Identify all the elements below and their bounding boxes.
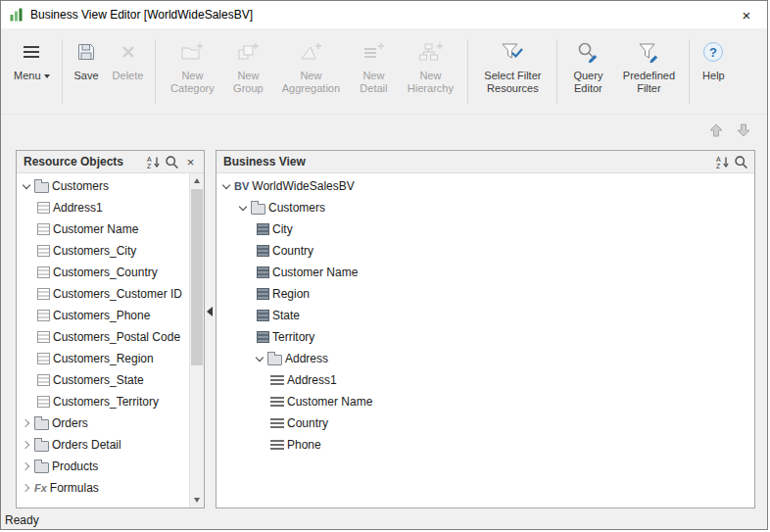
tree-item[interactable]: State — [217, 305, 754, 326]
collapse-icon[interactable] — [236, 201, 250, 215]
expand-icon[interactable] — [20, 438, 33, 452]
query-editor-button-label: Query Editor — [569, 70, 606, 95]
move-down-button[interactable] — [734, 121, 753, 140]
menu-button[interactable]: Menu — [7, 33, 57, 110]
tree-item[interactable]: Customers_Region — [17, 348, 189, 369]
save-button-label: Save — [74, 70, 99, 82]
sort-az-button[interactable]: A Z — [713, 153, 732, 171]
search-icon — [165, 155, 179, 169]
move-up-button[interactable] — [706, 121, 726, 140]
tree-item-label: Country — [287, 416, 328, 430]
tree-item-orders-detail[interactable]: Orders Detail — [17, 434, 189, 456]
menu-button-label: Menu — [14, 70, 50, 82]
new-category-button: New Category — [161, 33, 223, 110]
search-button[interactable] — [732, 153, 750, 171]
tree-item-label: Customer Name — [53, 222, 138, 236]
arrow-up-icon — [707, 121, 725, 139]
delete-button: Delete — [106, 33, 151, 110]
tree-item[interactable]: Customer Name — [17, 218, 189, 240]
tree-item[interactable]: Address1 — [17, 197, 189, 218]
new-hierarchy-icon — [417, 36, 443, 68]
query-editor-button[interactable]: Query Editor — [562, 33, 613, 110]
field-icon — [257, 310, 269, 321]
business-view-icon: BV — [234, 179, 249, 193]
tree-item[interactable]: Customer Name — [217, 391, 754, 412]
resource-objects-header: Resource Objects A Z × — [17, 151, 204, 173]
tree-item[interactable]: Customers_Phone — [17, 305, 189, 326]
new-group-icon — [235, 36, 261, 68]
new-aggregation-button: New Aggregation — [272, 33, 349, 110]
toolbar-separator — [467, 39, 468, 104]
panel-close-button[interactable]: × — [181, 153, 200, 171]
scroll-up-button[interactable] — [190, 173, 204, 188]
tree-item[interactable]: Country — [217, 412, 754, 434]
collapse-icon[interactable] — [219, 179, 233, 193]
tree-item-label: Formulas — [50, 481, 99, 495]
tree-item[interactable]: Customers_Postal Code — [17, 326, 189, 348]
tree-item[interactable]: City — [217, 218, 754, 240]
search-button[interactable] — [163, 153, 181, 171]
save-button[interactable]: Save — [68, 33, 106, 110]
tree-item-label: Customers_Region — [53, 352, 154, 365]
field-icon — [37, 245, 50, 257]
field-icon — [257, 331, 269, 343]
tree-item-label: Region — [272, 287, 310, 301]
scrollbar[interactable] — [189, 173, 204, 508]
tree-item[interactable]: Customers_City — [17, 240, 189, 262]
field-icon — [37, 353, 50, 364]
search-icon — [734, 155, 748, 169]
tree-item-customers[interactable]: Customers — [217, 197, 754, 218]
tree-item-label: Address1 — [53, 201, 103, 215]
scrollbar-thumb[interactable] — [191, 189, 203, 365]
help-button[interactable]: ? Help — [695, 33, 732, 110]
status-text: Ready — [5, 513, 39, 527]
tree-item-label: Products — [52, 459, 98, 473]
tree-item[interactable]: Customers_Territory — [17, 391, 189, 412]
tree-item-business-view-root[interactable]: BV WorldWideSalesBV — [217, 175, 754, 197]
resource-objects-title: Resource Objects — [24, 155, 123, 169]
tree-item[interactable]: Customers_State — [17, 369, 189, 391]
tree-item-label: City — [272, 222, 293, 236]
tree-item[interactable]: Address1 — [217, 369, 754, 391]
field-icon — [257, 223, 269, 235]
collapse-icon[interactable] — [253, 352, 266, 365]
tree-item-address[interactable]: Address — [217, 348, 754, 369]
sort-az-button[interactable]: A Z — [144, 153, 163, 171]
collapse-icon[interactable] — [20, 179, 33, 193]
tree-item-products[interactable]: Products — [17, 456, 189, 477]
move-buttons — [706, 121, 753, 140]
status-bar: Ready — [1, 511, 767, 529]
select-filter-resources-button[interactable]: Select Filter Resources — [473, 33, 552, 110]
tree-item[interactable]: Country — [217, 240, 754, 262]
tree-item[interactable]: Customers_Customer ID — [17, 283, 189, 305]
tree-item-label: Country — [272, 244, 313, 258]
collapse-left-icon[interactable] — [207, 307, 213, 316]
new-hierarchy-button-label: New Hierarchy — [405, 70, 456, 95]
sort-az-icon: A Z — [146, 155, 161, 169]
tree-item[interactable]: Customer Name — [217, 262, 754, 283]
new-detail-icon — [361, 36, 386, 68]
scroll-up-icon — [194, 178, 200, 183]
expand-icon[interactable] — [20, 459, 33, 473]
tree-item[interactable]: Customers_Country — [17, 262, 189, 283]
tree-item[interactable]: Phone — [217, 434, 754, 456]
expand-icon[interactable] — [20, 481, 33, 495]
tree-item-label: Customers_City — [53, 244, 136, 258]
tree-item[interactable]: Territory — [217, 326, 754, 348]
svg-text:A: A — [716, 156, 721, 163]
tree-item-customers[interactable]: Customers — [17, 175, 189, 197]
tree-item-formulas[interactable]: Fx Formulas — [17, 477, 189, 499]
tree-item-orders[interactable]: Orders — [17, 412, 189, 434]
close-button[interactable]: × — [726, 1, 767, 28]
expand-icon[interactable] — [20, 416, 33, 430]
scroll-down-button[interactable] — [190, 493, 204, 508]
panel-splitter[interactable] — [205, 150, 216, 508]
folder-icon — [34, 182, 49, 193]
scrollbar-track[interactable] — [190, 188, 204, 493]
predefined-filter-button[interactable]: Predefined Filter — [613, 33, 684, 110]
field-icon — [257, 245, 269, 257]
business-view-editor-window: Business View Editor [WorldWideSalesBV] … — [0, 0, 768, 530]
tree-item-label: Customers_Country — [53, 266, 158, 279]
save-icon — [74, 36, 98, 68]
tree-item[interactable]: Region — [217, 283, 754, 305]
